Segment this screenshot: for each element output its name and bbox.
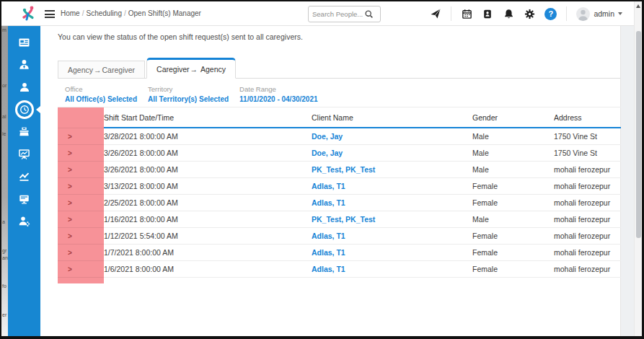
- gender-cell: Female: [472, 195, 554, 211]
- column-header-address: Address: [554, 107, 621, 128]
- search-input[interactable]: [312, 10, 364, 18]
- expand-row-chevron[interactable]: >: [58, 245, 104, 261]
- shift-start-cell: 1/16/2021 8:00:00 AM: [104, 211, 312, 228]
- client-name-link[interactable]: Adlas, T1: [312, 195, 472, 211]
- background-page-edge: m or al le a gr an fo er: [1, 26, 8, 336]
- tab-agency-to-caregiver[interactable]: Agency→Caregiver: [58, 61, 145, 78]
- monitor-icon: [18, 193, 30, 205]
- table-row: > 1/6/2021 8:00:00 AM Adlas, T1 Female m…: [58, 261, 621, 278]
- gender-cell: Male: [472, 145, 554, 162]
- client-name-link[interactable]: Adlas, T1: [312, 261, 472, 278]
- tab-label: Caregiver: [102, 66, 136, 74]
- expand-row-chevron[interactable]: >: [58, 162, 104, 178]
- tab-caregiver-to-agency[interactable]: Caregiver→ Agency: [146, 58, 236, 79]
- text-fragment: an: [2, 255, 8, 260]
- sidebar-item-billing[interactable]: [8, 120, 40, 143]
- sidebar-item-clients[interactable]: [8, 76, 40, 98]
- logo-icon: [19, 4, 38, 24]
- calendar-icon[interactable]: [461, 8, 472, 19]
- help-icon[interactable]: ?: [544, 8, 557, 20]
- divider: [451, 6, 451, 21]
- header-actions: ? admin: [430, 1, 622, 26]
- table-row: > 3/26/2021 8:00:00 AM Doe, Jay Male 175…: [58, 145, 621, 162]
- gender-cell: Male: [472, 211, 554, 228]
- gender-cell: Female: [472, 228, 554, 245]
- column-header-shift-start: Shift Start Date/Time: [104, 107, 312, 128]
- client-name-link[interactable]: Doe, Jay: [312, 128, 472, 145]
- text-fragment: le: [2, 131, 6, 136]
- client-icon: [19, 82, 30, 93]
- address-cell: mohali ferozepur: [554, 162, 621, 178]
- page-description: You can view the status of the open shif…: [58, 32, 303, 41]
- date-range-filter-value[interactable]: 11/01/2020 - 04/30/2021: [239, 95, 317, 103]
- filter-label: Office: [65, 85, 137, 93]
- filter-bar: Office All Office(s) Selected Territory …: [65, 85, 318, 103]
- filter-label: Territory: [148, 85, 229, 93]
- app-window: Home/Scheduling/Open Shift(s) Manager: [0, 0, 644, 339]
- expand-column-header: [58, 107, 104, 128]
- contacts-icon[interactable]: [482, 8, 493, 19]
- sidebar-item-dashboard[interactable]: [8, 31, 40, 53]
- expand-row-chevron[interactable]: >: [58, 261, 104, 278]
- table-row: > 3/13/2021 8:00:00 AM Adlas, T1 Female …: [58, 178, 621, 195]
- open-shifts-table: Shift Start Date/Time Client Name Gender…: [58, 107, 621, 283]
- client-name-link[interactable]: Adlas, T1: [312, 228, 472, 245]
- territory-filter-value[interactable]: All Territory(s) Selected: [148, 95, 229, 103]
- tab-label: Caregiver: [156, 65, 190, 74]
- client-name-link[interactable]: Adlas, T1: [312, 245, 472, 261]
- client-name-link[interactable]: PK_Test, PK_Test: [312, 211, 472, 228]
- arrow-right-icon: →: [190, 65, 199, 74]
- sidebar-item-presentation[interactable]: [8, 143, 40, 165]
- gender-cell: Male: [472, 128, 554, 145]
- breadcrumb-scheduling[interactable]: Scheduling: [86, 9, 121, 17]
- client-name-link[interactable]: Adlas, T1: [312, 178, 472, 195]
- expand-row-chevron[interactable]: >: [58, 145, 104, 162]
- sidebar-item-users[interactable]: [8, 210, 40, 232]
- office-filter-value[interactable]: All Office(s) Selected: [65, 95, 137, 103]
- client-name-link[interactable]: Doe, Jay: [312, 145, 472, 162]
- menu-toggle-icon[interactable]: [45, 10, 55, 20]
- expand-row-chevron[interactable]: >: [58, 211, 104, 228]
- top-bar: Home/Scheduling/Open Shift(s) Manager: [1, 1, 634, 26]
- gender-cell: Female: [472, 178, 554, 195]
- sidebar-item-monitor[interactable]: [8, 188, 40, 210]
- gender-cell: Male: [472, 162, 554, 178]
- tab-bar: Agency→Caregiver Caregiver→ Agency: [58, 58, 620, 79]
- user-menu[interactable]: admin: [576, 7, 622, 21]
- active-item-ring: [15, 100, 34, 119]
- table-row: > 3/28/2021 8:00:00 AM Doe, Jay Male 175…: [58, 128, 621, 145]
- settings-gear-icon[interactable]: [524, 8, 535, 19]
- search-icon[interactable]: [364, 9, 374, 19]
- expand-row-chevron[interactable]: >: [58, 128, 104, 145]
- chevron-down-icon: [618, 12, 622, 15]
- notifications-bell-icon[interactable]: [503, 8, 514, 19]
- column-header-gender: Gender: [472, 107, 554, 128]
- expand-row-chevron[interactable]: >: [58, 228, 104, 245]
- vertical-scrollbar[interactable]: [634, 1, 642, 336]
- scroll-up-arrow-icon[interactable]: [636, 4, 640, 8]
- users-group-icon: [18, 215, 30, 227]
- sidebar-item-caregivers[interactable]: [8, 53, 40, 76]
- tab-label: Agency: [68, 66, 93, 74]
- client-name-link[interactable]: PK_Test, PK_Test: [312, 162, 472, 178]
- address-cell: mohali ferozepur: [554, 261, 621, 278]
- send-message-icon[interactable]: [430, 8, 441, 19]
- filter-office: Office All Office(s) Selected: [65, 85, 137, 103]
- scrollbar-thumb[interactable]: [636, 31, 641, 238]
- cash-register-icon: [18, 126, 30, 138]
- shift-start-cell: 3/26/2021 8:00:00 AM: [104, 145, 312, 162]
- expand-row-chevron[interactable]: >: [58, 195, 104, 211]
- presentation-board-icon: [18, 148, 30, 160]
- expand-row-chevron[interactable]: >: [58, 178, 104, 195]
- main-content: You can view the status of the open shif…: [40, 26, 634, 336]
- shift-start-cell: 3/28/2021 8:00:00 AM: [104, 128, 312, 145]
- table-row: > 1/7/2021 8:00:00 AM Adlas, T1 Female m…: [58, 245, 621, 261]
- shift-start-cell: 3/26/2021 8:00:00 AM: [104, 162, 312, 178]
- sidebar-item-scheduling[interactable]: [8, 98, 40, 120]
- filter-label: Date Range: [239, 85, 317, 93]
- caregiver-icon: [18, 58, 30, 71]
- shift-start-cell: 2/25/2021 8:00:00 AM: [104, 195, 312, 211]
- breadcrumb-current-page: Open Shift(s) Manager: [128, 9, 201, 17]
- breadcrumb-home[interactable]: Home: [61, 9, 80, 17]
- sidebar-item-analytics[interactable]: [8, 165, 40, 188]
